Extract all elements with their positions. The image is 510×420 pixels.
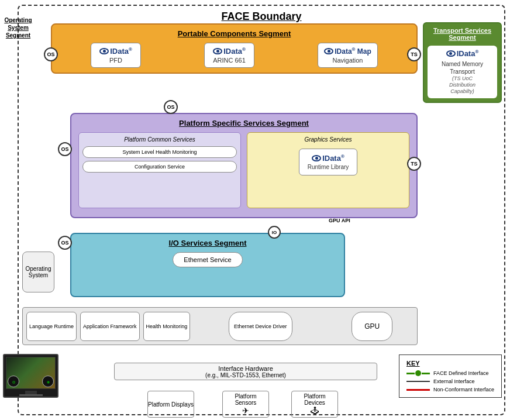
portable-item-pfd: IData® PFD bbox=[91, 43, 141, 68]
portable-title: Portable Components Segment bbox=[59, 29, 409, 38]
transport-service-subtitle: (TS UoCDistributionCapabilty) bbox=[431, 75, 494, 94]
config-service: Configuration Service bbox=[82, 161, 237, 173]
platform-sensors-label: PlatformSensors bbox=[235, 393, 256, 406]
platform-devices-box: PlatformDevices 🕹 bbox=[291, 391, 338, 418]
nav-label: Navigation bbox=[324, 57, 371, 64]
transport-idata-logo: IData® bbox=[457, 49, 479, 58]
portable-items: IData® PFD IData® ARINC 661 bbox=[59, 43, 409, 68]
interface-hw-box: Interface Hardware (e.g., MIL-STD-1553, … bbox=[114, 363, 377, 380]
runtime-library-box: IData® Runtime Library bbox=[299, 149, 358, 175]
key-box: KEY FACE Defined Interface External Inte… bbox=[399, 354, 502, 398]
graphics-title: Graphics Services bbox=[304, 136, 352, 143]
ethernet-service-box: Ethernet Service bbox=[173, 252, 242, 267]
language-runtime-box: Language Runtime bbox=[26, 312, 77, 341]
interface-hw-line2: (e.g., MIL-STD-1553, Ethernet) bbox=[205, 372, 286, 378]
platform-specific-title: Platform Specific Services Segment bbox=[78, 119, 409, 128]
os-circle-portable: OS bbox=[44, 47, 58, 61]
monitor-box: ◎ ◉ bbox=[3, 354, 58, 398]
main-container: FACE Boundary Operating System Segment T… bbox=[0, 0, 510, 420]
ethernet-device-driver-box: Ethernet Device Driver bbox=[229, 312, 292, 341]
platform-devices-label: PlatformDevices bbox=[304, 393, 325, 406]
interface-hw-line1: Interface Hardware bbox=[218, 365, 273, 372]
graphics-services-box: Graphics Services IData® Runtime Library bbox=[247, 132, 409, 208]
portable-segment: Portable Components Segment IData® PFD bbox=[51, 23, 418, 74]
health-monitoring-service: System Level Health Monitoring bbox=[82, 146, 237, 158]
bottom-boxes-container: Language Runtime Application Framework H… bbox=[22, 307, 418, 345]
io-services-title: I/O Services Segment bbox=[78, 239, 337, 247]
os-circle-io: OS bbox=[58, 236, 72, 250]
operating-system-box: Operating System bbox=[22, 252, 54, 292]
key-item-external: External Interface bbox=[406, 378, 494, 384]
ts-circle-platform: TS bbox=[407, 157, 421, 171]
transport-service-name: Named MemoryTransport bbox=[431, 60, 494, 75]
os-circle-greenline: OS bbox=[164, 100, 178, 114]
platform-common-box: Platform Common Services System Level He… bbox=[78, 132, 241, 208]
key-item-face: FACE Defined Interface bbox=[406, 370, 494, 376]
platform-common-title: Platform Common Services bbox=[82, 136, 237, 143]
io-circle: IO bbox=[268, 226, 281, 239]
runtime-library-label: Runtime Library bbox=[308, 164, 349, 170]
os-circle-platform: OS bbox=[58, 142, 72, 156]
key-item-nonconformant: Non-Conformant Interface bbox=[406, 387, 494, 393]
app-framework-box: Application Framework bbox=[80, 312, 140, 341]
platform-displays-box: Platform Displays bbox=[147, 391, 194, 418]
gpu-box: GPU bbox=[352, 312, 392, 341]
transport-title: Transport Services Segment bbox=[428, 27, 497, 41]
arinc-label: ARINC 661 bbox=[213, 57, 246, 64]
os-segment-label: Operating System Segment bbox=[1, 16, 35, 39]
io-services-segment: I/O Services Segment Ethernet Service bbox=[70, 233, 345, 297]
gpu-api-label: GPU API bbox=[329, 218, 350, 224]
portable-item-arinc: IData® ARINC 661 bbox=[204, 43, 254, 68]
transport-segment: Transport Services Segment IData® Named … bbox=[423, 22, 502, 103]
health-monitoring-box: Health Monitoring bbox=[143, 312, 191, 341]
platform-specific-segment: Platform Specific Services Segment Platf… bbox=[70, 113, 418, 218]
portable-item-nav: IData® Map Navigation bbox=[318, 43, 378, 68]
pfd-label: PFD bbox=[99, 57, 132, 64]
face-title: FACE Boundary bbox=[216, 11, 306, 23]
platform-sensors-box: PlatformSensors ✈ bbox=[222, 391, 269, 418]
transport-idata-box: IData® Named MemoryTransport (TS UoCDist… bbox=[428, 46, 497, 98]
key-title: KEY bbox=[406, 360, 494, 367]
ts-circle-portable: TS bbox=[407, 47, 421, 61]
